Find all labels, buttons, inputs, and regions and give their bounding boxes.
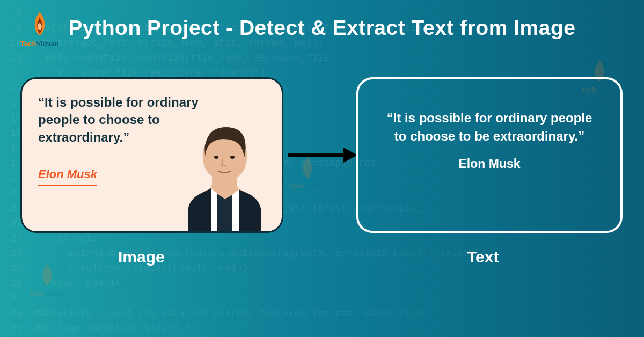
- extracted-author: Elon Musk: [380, 157, 599, 171]
- extracted-quote: “It is possible for ordinary people to c…: [380, 109, 599, 145]
- caption-text: Text: [467, 248, 499, 266]
- source-author: Elon Musk: [38, 167, 97, 186]
- svg-point-3: [230, 156, 235, 159]
- text-panel: “It is possible for ordinary people to c…: [356, 77, 623, 233]
- page-title: Python Project - Detect & Extract Text f…: [0, 16, 644, 40]
- brand-vidvan: Vidvan: [36, 40, 58, 48]
- svg-point-2: [214, 156, 218, 159]
- image-panel: “It is possible for ordinary people to c…: [20, 77, 283, 233]
- caption-image: Image: [118, 248, 165, 266]
- portrait-image: [164, 113, 271, 231]
- arrow-icon: [288, 148, 357, 163]
- watermark: TechVidvan: [30, 263, 65, 297]
- brand-tech: Tech: [20, 40, 36, 48]
- svg-marker-5: [343, 148, 357, 163]
